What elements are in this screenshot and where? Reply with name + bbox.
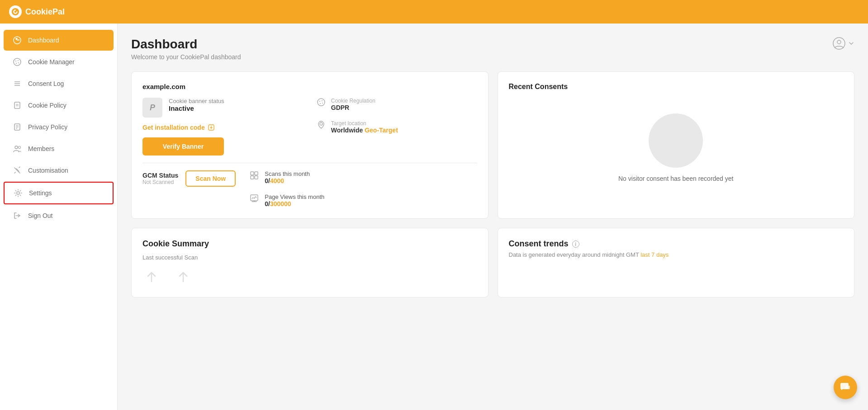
cookie-summary-title: Cookie Summary	[142, 239, 477, 249]
consent-chart-placeholder	[649, 113, 703, 168]
cookie-summary-card: Cookie Summary Last successful Scan	[131, 228, 489, 297]
gcm-stats-row: GCM Status Not Scanned Scan Now	[142, 170, 477, 207]
sidebar-item-members[interactable]: Members	[4, 138, 114, 159]
cookie-regulation-icon	[317, 98, 326, 107]
scans-value: 0/4000	[265, 177, 310, 184]
banner-status-value: Inactive	[169, 104, 224, 112]
pageviews-icon	[249, 193, 259, 203]
svg-rect-34	[251, 195, 258, 201]
pageviews-value: 0/300000	[265, 200, 324, 207]
sidebar-item-settings-label: Settings	[29, 189, 52, 197]
svg-point-18	[19, 146, 21, 149]
cookie-icon-item-2	[174, 268, 192, 286]
no-consent-area: No visitor consent has been recorded yet	[509, 100, 844, 196]
svg-point-6	[18, 62, 19, 63]
sidebar-item-settings[interactable]: Settings	[4, 182, 114, 204]
chat-icon	[840, 382, 851, 393]
target-location-value: Worldwide Geo-Target	[331, 127, 398, 134]
recent-consents-card: Recent Consents No visitor consent has b…	[498, 71, 855, 219]
svg-point-4	[18, 60, 19, 61]
site-card: example.com P Cookie banner status Inact…	[131, 71, 489, 219]
domain-info-left: P Cookie banner status Inactive Get inst…	[142, 98, 303, 156]
domain-info-row: P Cookie banner status Inactive Get inst…	[142, 98, 477, 156]
svg-rect-33	[255, 176, 258, 179]
sidebar-item-cookie-policy-label: Cookie Policy	[28, 102, 66, 109]
svg-point-22	[837, 40, 841, 44]
svg-rect-32	[251, 176, 254, 179]
scans-label: Scans this month	[265, 170, 310, 177]
svg-rect-10	[14, 102, 20, 108]
svg-point-29	[320, 123, 323, 125]
chevron-down-icon	[848, 40, 854, 47]
last-scan-label: Last successful Scan	[142, 254, 477, 261]
location-icon	[317, 120, 326, 129]
svg-point-3	[15, 61, 16, 61]
user-icon	[833, 37, 845, 50]
sidebar-item-members-label: Members	[28, 145, 54, 152]
svg-point-25	[319, 101, 320, 102]
cookie-up-icon-2	[174, 268, 192, 286]
svg-rect-36	[845, 386, 850, 389]
main-content: Dashboard Welcome to your CookiePal dash…	[118, 24, 868, 410]
cookie-icon-item	[142, 268, 161, 286]
target-location-label: Target location	[331, 120, 398, 127]
sidebar-item-consent-log[interactable]: Consent Log	[4, 73, 114, 94]
cookie-regulation-value: GDPR	[331, 104, 375, 111]
sidebar-item-privacy-policy[interactable]: Privacy Policy	[4, 117, 114, 137]
days-link[interactable]: last 7 days	[640, 251, 669, 258]
sidebar-item-customisation[interactable]: Customisation	[4, 160, 114, 181]
svg-rect-31	[255, 172, 258, 175]
status-icon: P	[142, 98, 162, 118]
page-subtitle: Welcome to your CookiePal dashboard	[131, 53, 241, 61]
no-consent-text: No visitor consent has been recorded yet	[618, 175, 733, 182]
consent-trends-subtitle: Data is generated everyday around midnig…	[509, 251, 844, 258]
topbar: CookiePal	[0, 0, 868, 24]
svg-point-2	[14, 58, 21, 66]
recent-consents-title: Recent Consents	[509, 83, 844, 91]
scans-icon	[249, 170, 259, 180]
svg-point-0	[12, 8, 19, 15]
domain-info-right: Cookie Regulation GDPR Target location	[317, 98, 477, 156]
gcm-sublabel: Not Scanned	[142, 179, 178, 185]
svg-point-26	[322, 100, 323, 101]
sidebar-item-cookie-policy[interactable]: Cookie Policy	[4, 95, 114, 116]
svg-point-19	[17, 192, 19, 194]
sidebar-item-cookie-manager-label: Cookie Manager	[28, 58, 75, 66]
cookie-summary-icons	[142, 268, 477, 286]
cards-row-top: example.com P Cookie banner status Inact…	[131, 71, 854, 219]
user-menu[interactable]	[833, 37, 854, 50]
gcm-row: GCM Status Not Scanned Scan Now	[142, 170, 236, 187]
verify-banner-button[interactable]: Verify Banner	[142, 137, 224, 156]
page-title: Dashboard	[131, 37, 241, 52]
cookie-up-icon	[142, 268, 161, 286]
gcm-label: GCM Status	[142, 172, 178, 179]
logo-icon	[9, 5, 22, 18]
target-location-item: Target location Worldwide Geo-Target	[317, 120, 477, 134]
scans-stat: Scans this month 0/4000	[249, 170, 324, 184]
domain-name: example.com	[142, 83, 477, 90]
svg-point-27	[320, 103, 321, 104]
main-header: Dashboard Welcome to your CookiePal dash…	[131, 37, 854, 61]
cookie-regulation-item: Cookie Regulation GDPR	[317, 98, 477, 111]
chat-button[interactable]	[834, 376, 857, 399]
pageviews-label: Page Views this month	[265, 193, 324, 200]
sidebar-item-privacy-policy-label: Privacy Policy	[28, 123, 67, 131]
scan-now-button[interactable]: Scan Now	[185, 170, 236, 187]
sidebar-item-cookie-manager[interactable]: Cookie Manager	[4, 52, 114, 72]
sidebar-item-dashboard-label: Dashboard	[28, 37, 59, 44]
geo-target-link[interactable]: Geo-Target	[365, 127, 398, 134]
sidebar-item-consent-log-label: Consent Log	[28, 80, 64, 87]
consent-trends-card: Consent trends i Data is generated every…	[498, 228, 855, 297]
cards-row-bottom: Cookie Summary Last successful Scan	[131, 228, 854, 297]
sidebar-item-dashboard[interactable]: Dashboard	[4, 30, 114, 51]
svg-point-17	[15, 146, 18, 149]
sidebar-item-signout[interactable]: Sign Out	[4, 205, 114, 226]
download-icon	[208, 124, 215, 131]
divider	[142, 163, 477, 163]
get-installation-link[interactable]: Get installation code	[142, 124, 303, 131]
info-icon[interactable]: i	[572, 240, 579, 248]
consent-trends-title: Consent trends i	[509, 239, 844, 249]
stats-col: Scans this month 0/4000	[249, 170, 324, 207]
cookie-regulation-label: Cookie Regulation	[331, 98, 375, 104]
svg-point-28	[322, 103, 323, 104]
